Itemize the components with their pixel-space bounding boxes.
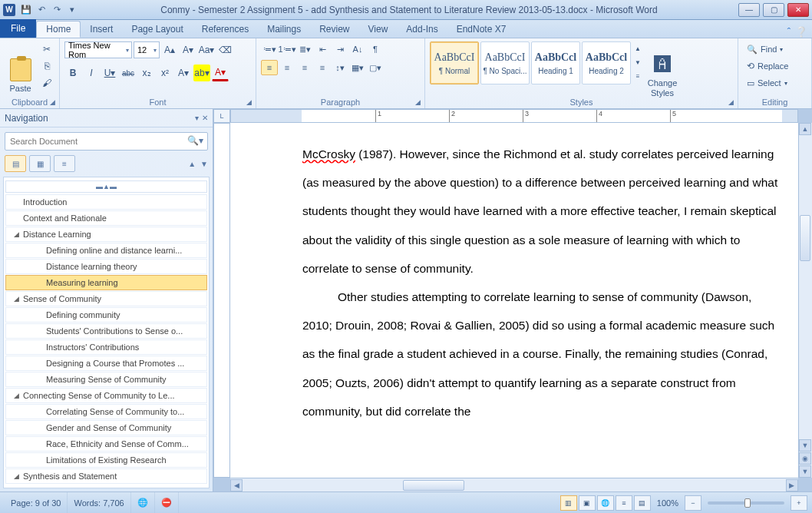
styles-dialog-launcher[interactable]: ◢ xyxy=(725,97,736,108)
nav-jump-top[interactable]: ▬▲▬ xyxy=(5,180,207,193)
justify-button[interactable]: ≡ xyxy=(314,60,331,75)
copy-button[interactable]: ⎘ xyxy=(39,58,54,74)
nav-view-results[interactable]: ≡ xyxy=(54,155,75,172)
view-outline[interactable]: ≡ xyxy=(616,495,632,511)
document-body[interactable]: McCrosky (1987). However, since the Rich… xyxy=(302,140,778,425)
replace-button[interactable]: Replace xyxy=(743,58,792,74)
navigation-tree[interactable]: ▬▲▬ IntroductionContext and Rationale◢Di… xyxy=(3,177,210,488)
tab-view[interactable]: View xyxy=(359,21,398,38)
view-print-layout[interactable]: ▥ xyxy=(560,495,577,511)
tree-item[interactable]: Distance learning theory xyxy=(5,259,207,274)
zoom-in-button[interactable]: + xyxy=(791,495,807,511)
page[interactable]: McCrosky (1987). However, since the Rich… xyxy=(230,123,798,478)
format-painter-button[interactable]: 🖌 xyxy=(39,75,54,91)
tree-item[interactable]: ◢Sense of Community xyxy=(5,291,207,306)
align-right-button[interactable]: ≡ xyxy=(296,60,313,75)
sort-button[interactable]: A↓ xyxy=(349,41,366,57)
file-tab[interactable]: File xyxy=(0,19,36,38)
select-button[interactable]: Select▾ xyxy=(743,75,792,91)
nav-prev-button[interactable]: ▲ xyxy=(188,160,196,168)
bullets-button[interactable]: ≔▾ xyxy=(261,41,278,57)
change-case-button[interactable]: Aa▾ xyxy=(198,41,215,58)
styles-scroll-down[interactable]: ▼ xyxy=(632,55,643,69)
tree-toggle-icon[interactable]: ◢ xyxy=(14,230,23,238)
tree-item[interactable]: Measuring learning xyxy=(5,275,207,290)
tree-toggle-icon[interactable]: ◢ xyxy=(14,392,23,399)
style-no-spacing[interactable]: AaBbCcI ¶ No Spaci... xyxy=(480,41,530,84)
multilevel-list-button[interactable]: ≣▾ xyxy=(296,41,313,57)
status-macro-record[interactable]: ⛔ xyxy=(155,492,179,513)
scroll-right-button[interactable]: ▶ xyxy=(786,479,798,491)
numbering-button[interactable]: 1≔▾ xyxy=(279,41,295,57)
underline-button[interactable]: U▾ xyxy=(101,65,118,81)
spellcheck-word[interactable]: McCrosky xyxy=(302,147,355,161)
minimize-button[interactable]: — xyxy=(738,3,760,17)
tree-item[interactable]: Designing a Course that Promotes ... xyxy=(5,356,207,371)
tree-item[interactable]: Defining online and distance learni... xyxy=(5,243,207,258)
view-full-screen[interactable]: ▣ xyxy=(579,495,596,511)
tree-item[interactable]: ◢Synthesis and Statement xyxy=(5,468,207,484)
nav-view-headings[interactable]: ▤ xyxy=(5,155,26,172)
view-web-layout[interactable]: 🌐 xyxy=(597,495,614,511)
subscript-button[interactable]: x₂ xyxy=(138,65,155,81)
clipboard-dialog-launcher[interactable]: ◢ xyxy=(47,97,58,108)
scroll-down-button[interactable]: ▼ xyxy=(799,439,811,452)
minimize-ribbon-button[interactable]: ˆ xyxy=(787,26,791,38)
zoom-percent[interactable]: 100% xyxy=(652,498,683,508)
tree-item[interactable]: Race, Ethnicity and Sense of Comm... xyxy=(5,436,207,452)
cut-button[interactable]: ✂ xyxy=(39,41,54,57)
style-heading-1[interactable]: AaBbCcl Heading 1 xyxy=(531,41,580,84)
vertical-scroll-thumb[interactable] xyxy=(800,215,810,261)
qat-redo-button[interactable]: ↷ xyxy=(50,3,64,17)
tree-item[interactable]: Students' Contributions to Sense o... xyxy=(5,323,207,339)
tab-page-layout[interactable]: Page Layout xyxy=(122,21,192,38)
tab-endnote[interactable]: EndNote X7 xyxy=(447,21,516,38)
tree-item[interactable]: Instructors' Contributions xyxy=(5,339,207,355)
status-language[interactable]: 🌐 xyxy=(131,492,155,513)
vertical-scrollbar[interactable]: ▲ ▼ ◉ ▼ xyxy=(798,123,812,478)
tree-item[interactable]: Defining community xyxy=(5,307,207,323)
font-size-select[interactable]: 12 xyxy=(134,41,160,58)
zoom-slider-thumb[interactable] xyxy=(744,498,751,508)
tree-toggle-icon[interactable]: ◢ xyxy=(14,295,23,303)
styles-scroll-up[interactable]: ▲ xyxy=(632,41,643,55)
align-center-button[interactable]: ≡ xyxy=(279,60,295,75)
search-icon[interactable]: 🔍▾ xyxy=(187,135,203,146)
vertical-ruler[interactable] xyxy=(213,123,230,478)
tree-item[interactable]: ◢Connecting Sense of Community to Le... xyxy=(5,388,207,403)
line-spacing-button[interactable]: ↕▾ xyxy=(332,60,348,75)
shrink-font-button[interactable]: A▾ xyxy=(180,41,196,58)
scroll-up-button[interactable]: ▲ xyxy=(799,123,811,135)
qat-undo-button[interactable]: ↶ xyxy=(35,3,48,17)
tab-home[interactable]: Home xyxy=(36,21,81,38)
tree-item[interactable]: ◢Distance Learning xyxy=(5,227,207,242)
horizontal-ruler[interactable]: 1 2 3 4 5 xyxy=(230,109,798,123)
italic-button[interactable]: I xyxy=(83,65,100,81)
qat-customize-button[interactable]: ▾ xyxy=(65,3,79,17)
tree-toggle-icon[interactable]: ◢ xyxy=(14,472,23,480)
nav-next-button[interactable]: ▼ xyxy=(200,160,208,168)
next-page-button[interactable]: ▼ xyxy=(799,465,811,478)
ruler-corner[interactable]: L xyxy=(213,109,230,123)
font-dialog-launcher[interactable]: ◢ xyxy=(243,97,254,108)
view-draft[interactable]: ▤ xyxy=(634,495,651,511)
scroll-left-button[interactable]: ◀ xyxy=(230,479,243,491)
grow-font-button[interactable]: A▴ xyxy=(161,41,178,58)
borders-button[interactable]: ▢▾ xyxy=(367,60,384,75)
shading-button[interactable]: ▦▾ xyxy=(349,60,366,75)
increase-indent-button[interactable]: ⇥ xyxy=(332,41,348,57)
qat-save-button[interactable]: 💾 xyxy=(19,3,33,17)
highlight-button[interactable]: ab▾ xyxy=(193,65,210,81)
horizontal-scroll-thumb[interactable] xyxy=(403,480,464,491)
tree-item[interactable]: Limitations of Existing Research xyxy=(5,452,207,468)
tree-item[interactable]: Context and Rationale xyxy=(5,210,207,226)
tree-item[interactable]: Correlating Sense of Community to... xyxy=(5,404,207,419)
tab-review[interactable]: Review xyxy=(310,21,358,38)
clear-formatting-button[interactable]: ⌫ xyxy=(216,41,233,58)
prev-page-button[interactable]: ◉ xyxy=(799,452,811,465)
text-effects-button[interactable]: A▾ xyxy=(175,65,192,81)
tree-item[interactable]: Gender and Sense of Community xyxy=(5,420,207,435)
font-name-select[interactable]: Times New Rom xyxy=(64,41,132,58)
tab-add-ins[interactable]: Add-Ins xyxy=(397,21,447,38)
tab-references[interactable]: References xyxy=(193,21,258,38)
